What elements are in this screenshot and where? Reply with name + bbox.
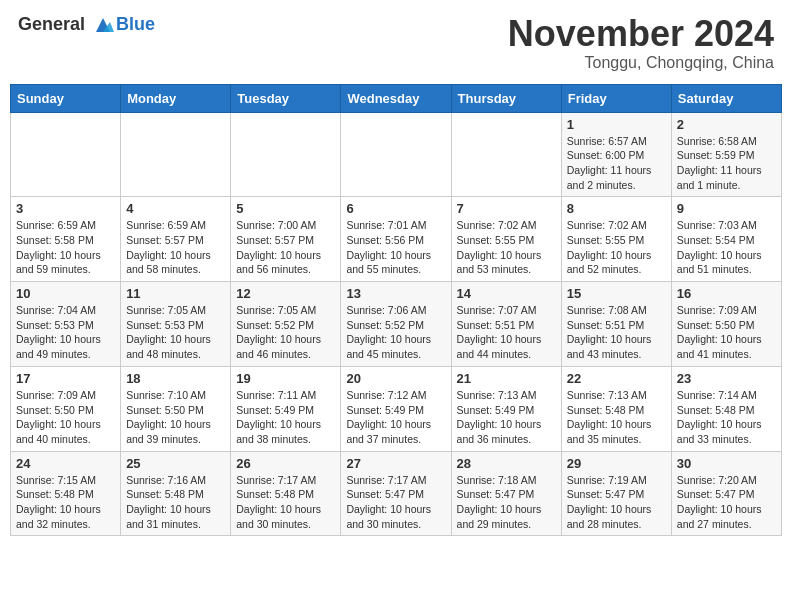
day-info: Sunrise: 6:57 AM Sunset: 6:00 PM Dayligh… bbox=[567, 134, 666, 193]
day-info: Sunrise: 6:59 AM Sunset: 5:58 PM Dayligh… bbox=[16, 218, 115, 277]
calendar-week-2: 3Sunrise: 6:59 AM Sunset: 5:58 PM Daylig… bbox=[11, 197, 782, 282]
weekday-header-sunday: Sunday bbox=[11, 84, 121, 112]
calendar-week-5: 24Sunrise: 7:15 AM Sunset: 5:48 PM Dayli… bbox=[11, 451, 782, 536]
calendar-cell: 22Sunrise: 7:13 AM Sunset: 5:48 PM Dayli… bbox=[561, 366, 671, 451]
day-info: Sunrise: 7:00 AM Sunset: 5:57 PM Dayligh… bbox=[236, 218, 335, 277]
day-number: 1 bbox=[567, 117, 666, 132]
weekday-header-monday: Monday bbox=[121, 84, 231, 112]
day-number: 15 bbox=[567, 286, 666, 301]
day-number: 17 bbox=[16, 371, 115, 386]
calendar-cell: 23Sunrise: 7:14 AM Sunset: 5:48 PM Dayli… bbox=[671, 366, 781, 451]
calendar-cell: 16Sunrise: 7:09 AM Sunset: 5:50 PM Dayli… bbox=[671, 282, 781, 367]
logo-icon bbox=[92, 14, 114, 36]
calendar-cell: 1Sunrise: 6:57 AM Sunset: 6:00 PM Daylig… bbox=[561, 112, 671, 197]
day-info: Sunrise: 7:08 AM Sunset: 5:51 PM Dayligh… bbox=[567, 303, 666, 362]
calendar-cell: 2Sunrise: 6:58 AM Sunset: 5:59 PM Daylig… bbox=[671, 112, 781, 197]
day-info: Sunrise: 7:13 AM Sunset: 5:48 PM Dayligh… bbox=[567, 388, 666, 447]
day-number: 8 bbox=[567, 201, 666, 216]
calendar-cell: 12Sunrise: 7:05 AM Sunset: 5:52 PM Dayli… bbox=[231, 282, 341, 367]
day-info: Sunrise: 7:07 AM Sunset: 5:51 PM Dayligh… bbox=[457, 303, 556, 362]
calendar-week-3: 10Sunrise: 7:04 AM Sunset: 5:53 PM Dayli… bbox=[11, 282, 782, 367]
calendar-cell bbox=[231, 112, 341, 197]
weekday-header-row: SundayMondayTuesdayWednesdayThursdayFrid… bbox=[11, 84, 782, 112]
day-info: Sunrise: 7:11 AM Sunset: 5:49 PM Dayligh… bbox=[236, 388, 335, 447]
day-number: 30 bbox=[677, 456, 776, 471]
day-info: Sunrise: 7:05 AM Sunset: 5:53 PM Dayligh… bbox=[126, 303, 225, 362]
logo-blue: Blue bbox=[116, 15, 155, 35]
calendar-cell: 13Sunrise: 7:06 AM Sunset: 5:52 PM Dayli… bbox=[341, 282, 451, 367]
day-info: Sunrise: 6:59 AM Sunset: 5:57 PM Dayligh… bbox=[126, 218, 225, 277]
day-number: 9 bbox=[677, 201, 776, 216]
day-number: 14 bbox=[457, 286, 556, 301]
calendar-cell: 17Sunrise: 7:09 AM Sunset: 5:50 PM Dayli… bbox=[11, 366, 121, 451]
calendar-cell: 5Sunrise: 7:00 AM Sunset: 5:57 PM Daylig… bbox=[231, 197, 341, 282]
calendar-cell: 3Sunrise: 6:59 AM Sunset: 5:58 PM Daylig… bbox=[11, 197, 121, 282]
day-number: 21 bbox=[457, 371, 556, 386]
day-info: Sunrise: 7:02 AM Sunset: 5:55 PM Dayligh… bbox=[567, 218, 666, 277]
calendar-cell: 19Sunrise: 7:11 AM Sunset: 5:49 PM Dayli… bbox=[231, 366, 341, 451]
calendar-cell: 9Sunrise: 7:03 AM Sunset: 5:54 PM Daylig… bbox=[671, 197, 781, 282]
day-number: 12 bbox=[236, 286, 335, 301]
location: Tonggu, Chongqing, China bbox=[508, 54, 774, 72]
calendar-cell: 26Sunrise: 7:17 AM Sunset: 5:48 PM Dayli… bbox=[231, 451, 341, 536]
day-info: Sunrise: 7:12 AM Sunset: 5:49 PM Dayligh… bbox=[346, 388, 445, 447]
calendar-cell: 15Sunrise: 7:08 AM Sunset: 5:51 PM Dayli… bbox=[561, 282, 671, 367]
calendar-cell: 25Sunrise: 7:16 AM Sunset: 5:48 PM Dayli… bbox=[121, 451, 231, 536]
day-info: Sunrise: 7:15 AM Sunset: 5:48 PM Dayligh… bbox=[16, 473, 115, 532]
day-number: 29 bbox=[567, 456, 666, 471]
calendar-cell bbox=[451, 112, 561, 197]
calendar-cell: 14Sunrise: 7:07 AM Sunset: 5:51 PM Dayli… bbox=[451, 282, 561, 367]
weekday-header-tuesday: Tuesday bbox=[231, 84, 341, 112]
day-info: Sunrise: 7:16 AM Sunset: 5:48 PM Dayligh… bbox=[126, 473, 225, 532]
day-number: 27 bbox=[346, 456, 445, 471]
day-info: Sunrise: 7:14 AM Sunset: 5:48 PM Dayligh… bbox=[677, 388, 776, 447]
day-info: Sunrise: 7:02 AM Sunset: 5:55 PM Dayligh… bbox=[457, 218, 556, 277]
day-info: Sunrise: 7:01 AM Sunset: 5:56 PM Dayligh… bbox=[346, 218, 445, 277]
calendar-table: SundayMondayTuesdayWednesdayThursdayFrid… bbox=[10, 84, 782, 537]
logo-general: General bbox=[18, 14, 85, 34]
day-number: 19 bbox=[236, 371, 335, 386]
day-info: Sunrise: 7:03 AM Sunset: 5:54 PM Dayligh… bbox=[677, 218, 776, 277]
day-info: Sunrise: 7:20 AM Sunset: 5:47 PM Dayligh… bbox=[677, 473, 776, 532]
day-number: 18 bbox=[126, 371, 225, 386]
day-info: Sunrise: 7:09 AM Sunset: 5:50 PM Dayligh… bbox=[677, 303, 776, 362]
day-number: 22 bbox=[567, 371, 666, 386]
calendar-cell bbox=[11, 112, 121, 197]
day-info: Sunrise: 7:06 AM Sunset: 5:52 PM Dayligh… bbox=[346, 303, 445, 362]
day-number: 10 bbox=[16, 286, 115, 301]
calendar-cell: 30Sunrise: 7:20 AM Sunset: 5:47 PM Dayli… bbox=[671, 451, 781, 536]
weekday-header-thursday: Thursday bbox=[451, 84, 561, 112]
weekday-header-saturday: Saturday bbox=[671, 84, 781, 112]
day-info: Sunrise: 7:09 AM Sunset: 5:50 PM Dayligh… bbox=[16, 388, 115, 447]
day-number: 2 bbox=[677, 117, 776, 132]
day-number: 4 bbox=[126, 201, 225, 216]
day-number: 28 bbox=[457, 456, 556, 471]
page-header: General Blue November 2024 Tonggu, Chong… bbox=[10, 10, 782, 76]
calendar-cell bbox=[121, 112, 231, 197]
calendar-cell: 24Sunrise: 7:15 AM Sunset: 5:48 PM Dayli… bbox=[11, 451, 121, 536]
day-number: 26 bbox=[236, 456, 335, 471]
day-info: Sunrise: 7:05 AM Sunset: 5:52 PM Dayligh… bbox=[236, 303, 335, 362]
day-info: Sunrise: 7:19 AM Sunset: 5:47 PM Dayligh… bbox=[567, 473, 666, 532]
calendar-cell: 20Sunrise: 7:12 AM Sunset: 5:49 PM Dayli… bbox=[341, 366, 451, 451]
day-number: 13 bbox=[346, 286, 445, 301]
day-number: 24 bbox=[16, 456, 115, 471]
calendar-cell: 4Sunrise: 6:59 AM Sunset: 5:57 PM Daylig… bbox=[121, 197, 231, 282]
logo: General Blue bbox=[18, 14, 155, 36]
day-info: Sunrise: 7:17 AM Sunset: 5:48 PM Dayligh… bbox=[236, 473, 335, 532]
month-title: November 2024 bbox=[508, 14, 774, 54]
calendar-cell: 27Sunrise: 7:17 AM Sunset: 5:47 PM Dayli… bbox=[341, 451, 451, 536]
calendar-cell: 21Sunrise: 7:13 AM Sunset: 5:49 PM Dayli… bbox=[451, 366, 561, 451]
day-number: 6 bbox=[346, 201, 445, 216]
calendar-cell: 11Sunrise: 7:05 AM Sunset: 5:53 PM Dayli… bbox=[121, 282, 231, 367]
calendar-cell: 29Sunrise: 7:19 AM Sunset: 5:47 PM Dayli… bbox=[561, 451, 671, 536]
day-number: 23 bbox=[677, 371, 776, 386]
day-info: Sunrise: 7:13 AM Sunset: 5:49 PM Dayligh… bbox=[457, 388, 556, 447]
calendar-week-4: 17Sunrise: 7:09 AM Sunset: 5:50 PM Dayli… bbox=[11, 366, 782, 451]
calendar-cell: 6Sunrise: 7:01 AM Sunset: 5:56 PM Daylig… bbox=[341, 197, 451, 282]
title-block: November 2024 Tonggu, Chongqing, China bbox=[508, 14, 774, 72]
day-number: 20 bbox=[346, 371, 445, 386]
day-number: 5 bbox=[236, 201, 335, 216]
weekday-header-wednesday: Wednesday bbox=[341, 84, 451, 112]
day-number: 3 bbox=[16, 201, 115, 216]
